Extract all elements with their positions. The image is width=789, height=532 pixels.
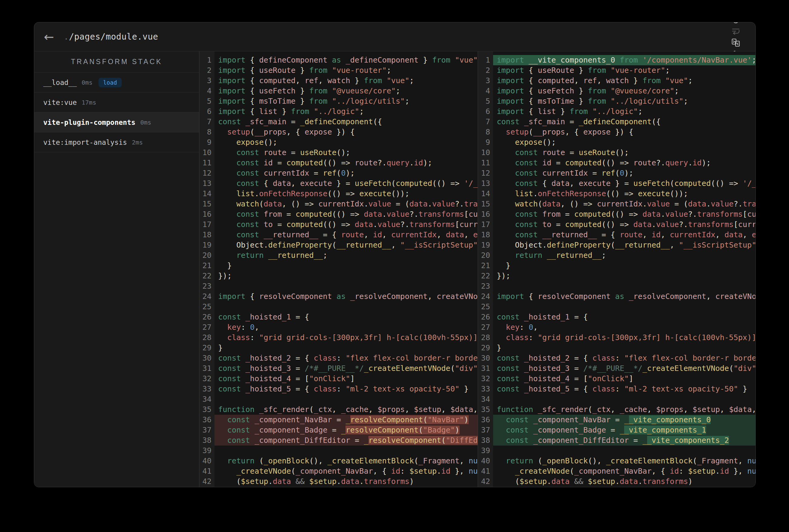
code-line: } — [215, 343, 478, 353]
line-number: 2 — [478, 65, 490, 76]
line-number: 16 — [478, 209, 490, 220]
refresh-icon[interactable] — [730, 22, 741, 25]
line-number: 8 — [199, 127, 212, 137]
code-line: const _hoisted_1 = { — [215, 312, 478, 322]
code-line: const _hoisted_5 = { class: "ml-2 text-x… — [493, 384, 756, 394]
code-line-diff: const _component_NavBar = _resolveCompon… — [215, 415, 478, 425]
line-number: 21 — [199, 261, 212, 271]
code-line: const _sfc_main = _defineComponent({ — [493, 117, 756, 127]
code-line: class: "grid grid-cols-[300px,3fr] h-[ca… — [215, 332, 478, 343]
plugin-time: 17ms — [82, 99, 96, 106]
line-number: 32 — [478, 374, 490, 384]
code-line: import { computed, ref, watch } from "vu… — [493, 76, 756, 86]
code-line: } — [215, 261, 478, 271]
line-number: 15 — [478, 199, 490, 209]
line-number: 19 — [199, 240, 212, 250]
code-before[interactable]: import { defineComponent as _defineCompo… — [215, 51, 478, 487]
load-badge: load — [98, 78, 122, 87]
code-line: const _hoisted_3 = /*#__PURE__*/_createE… — [493, 363, 756, 374]
code-line: import { msToTime } from "../logic/utils… — [215, 96, 478, 107]
line-number: 18 — [199, 230, 212, 240]
code-line: const { data, execute } = useFetch(compu… — [493, 178, 756, 189]
line-number: 24 — [199, 291, 212, 302]
line-number: 6 — [199, 107, 212, 117]
inline-diff-icon[interactable] — [730, 25, 741, 37]
line-number: 42 — [478, 476, 490, 487]
line-number: 7 — [199, 117, 212, 127]
code-line — [493, 281, 756, 291]
code-line: class: "grid grid-cols-[300px,3fr] h-[ca… — [493, 332, 756, 343]
code-line: const __returned__ = { route, id, curren… — [493, 230, 756, 240]
diff-panel-after: 1234567891011121314151617181920212223242… — [478, 51, 756, 487]
code-line: list.onFetchResponse(() => execute()); — [493, 189, 756, 199]
code-line — [493, 394, 756, 404]
plugin-name: vite:vue — [43, 98, 77, 107]
module-path: ./pages/module.vue — [64, 32, 158, 42]
code-line: list.onFetchResponse(() => execute()); — [215, 189, 478, 199]
code-line-diff: const _component_DiffEditor = __vite_com… — [493, 435, 756, 445]
line-number: 2 — [199, 65, 212, 76]
line-number: 30 — [199, 353, 212, 363]
line-number: 9 — [199, 137, 212, 148]
code-line: import { list } from "../logic"; — [215, 107, 478, 117]
main-area: TRANSFORM STACK __load__0msloadvite:vue1… — [34, 51, 755, 487]
code-line: const _hoisted_5 = { class: "ml-2 text-x… — [215, 384, 478, 394]
code-line — [215, 281, 478, 291]
module-path-prefix: . — [64, 32, 69, 42]
code-line: const route = useRoute(); — [215, 148, 478, 158]
code-line: const _hoisted_4 = ["onClick"] — [493, 374, 756, 384]
line-number: 20 — [199, 250, 212, 261]
plugin-item-vite-vue[interactable]: vite:vue17ms — [34, 93, 199, 112]
plugin-name: vite:import-analysis — [43, 138, 127, 146]
line-number: 33 — [199, 384, 212, 394]
code-line: const _hoisted_2 = { class: "flex flex-c… — [493, 353, 756, 363]
plugin-time: 0ms — [140, 119, 151, 126]
code-line: import { useFetch } from "@vueuse/core"; — [493, 86, 756, 96]
code-line: const _hoisted_4 = ["onClick"] — [215, 374, 478, 384]
line-number: 21 — [478, 261, 490, 271]
line-number: 12 — [478, 168, 490, 178]
diff-panel-before: 1234567891011121314151617181920212223242… — [199, 51, 478, 487]
line-number: 11 — [199, 158, 212, 168]
line-number: 29 — [478, 343, 490, 353]
code-line: import { resolveComponent as _resolveCom… — [493, 291, 756, 302]
code-line: _createVNode(_component_NavBar, { id: $s… — [493, 466, 756, 476]
line-number: 40 — [199, 456, 212, 466]
line-number: 37 — [199, 425, 212, 435]
side-by-side-icon[interactable] — [730, 37, 741, 49]
plugin-item-vite-import-analysis[interactable]: vite:import-analysis2ms — [34, 132, 199, 152]
line-number: 22 — [478, 271, 490, 281]
code-line-diff: const _component_NavBar = __vite_compone… — [493, 415, 756, 425]
code-line: key: 0, — [493, 322, 756, 332]
code-line: watch(data, () => currentIdx.value = (da… — [493, 199, 756, 209]
code-line: import { useRoute } from "vue-router"; — [493, 65, 756, 76]
code-line: } — [493, 343, 756, 353]
module-path-name: /pages/module.vue — [69, 32, 158, 42]
code-line: const { data, execute } = useFetch(compu… — [215, 178, 478, 189]
code-line: function _sfc_render(_ctx, _cache, $prop… — [493, 404, 756, 415]
code-line-diff: import __vite_components_0 from '/compon… — [493, 55, 756, 65]
line-number: 41 — [199, 466, 212, 476]
code-line: setup(__props, { expose }) { — [215, 127, 478, 137]
line-number: 34 — [199, 394, 212, 404]
line-number: 23 — [199, 281, 212, 291]
code-line: return __returned__; — [493, 250, 756, 261]
back-button[interactable]: ← — [44, 31, 54, 43]
line-number: 17 — [199, 220, 212, 230]
code-after[interactable]: import __vite_components_0 from '/compon… — [493, 51, 756, 487]
code-line: const currentIdx = ref(0); — [215, 168, 478, 178]
code-line: import { resolveComponent as _resolveCom… — [215, 291, 478, 302]
line-number: 34 — [478, 394, 490, 404]
code-line: import { computed, ref, watch } from "vu… — [215, 76, 478, 86]
line-number: 37 — [478, 425, 490, 435]
line-number: 29 — [199, 343, 212, 353]
plugin-item-vite-plugin-components[interactable]: vite-plugin-components0ms — [34, 112, 199, 132]
plugin-name: __load__ — [43, 79, 77, 87]
code-line: key: 0, — [215, 322, 478, 332]
line-number: 25 — [199, 302, 212, 312]
plugin-item--load-[interactable]: __load__0msload — [34, 73, 199, 93]
line-number: 14 — [478, 189, 490, 199]
line-number: 30 — [478, 353, 490, 363]
code-line: _createVNode(_component_NavBar, { id: $s… — [215, 466, 478, 476]
line-number: 17 — [478, 220, 490, 230]
